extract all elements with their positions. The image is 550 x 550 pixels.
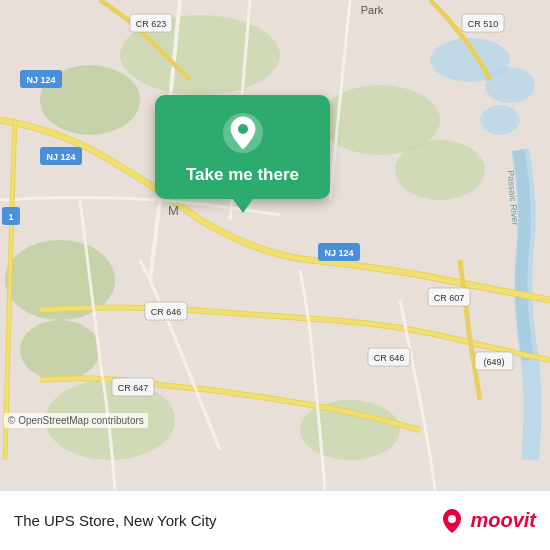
svg-point-2 [485, 67, 535, 103]
bottom-bar: The UPS Store, New York City moovit [0, 490, 550, 550]
svg-text:NJ 124: NJ 124 [324, 248, 353, 258]
location-name: The UPS Store, New York City [14, 512, 217, 529]
svg-text:NJ 124: NJ 124 [26, 75, 55, 85]
svg-point-10 [20, 320, 100, 380]
svg-text:Park: Park [361, 4, 384, 16]
location-pin-icon [221, 111, 265, 155]
svg-text:1: 1 [8, 212, 13, 222]
svg-text:NJ 124: NJ 124 [46, 152, 75, 162]
svg-text:(649): (649) [483, 357, 504, 367]
svg-point-38 [238, 124, 248, 134]
svg-text:CR 647: CR 647 [118, 383, 149, 393]
svg-text:CR 510: CR 510 [468, 19, 499, 29]
svg-text:CR 646: CR 646 [374, 353, 405, 363]
svg-point-7 [395, 140, 485, 200]
take-me-there-popup[interactable]: Take me there [155, 95, 330, 199]
svg-point-11 [300, 400, 400, 460]
map-attribution: © OpenStreetMap contributors [4, 413, 148, 428]
moovit-icon [438, 507, 466, 535]
popup-label: Take me there [186, 165, 299, 185]
svg-text:CR 607: CR 607 [434, 293, 465, 303]
moovit-text: moovit [470, 509, 536, 532]
svg-text:CR 646: CR 646 [151, 307, 182, 317]
svg-point-39 [448, 515, 456, 523]
moovit-logo: moovit [438, 507, 536, 535]
svg-text:M: M [168, 203, 179, 218]
svg-point-3 [480, 105, 520, 135]
map-container: NJ 124 CR 623 CR 510 NJ 124 NJ 124 CR 64… [0, 0, 550, 490]
svg-text:CR 623: CR 623 [136, 19, 167, 29]
